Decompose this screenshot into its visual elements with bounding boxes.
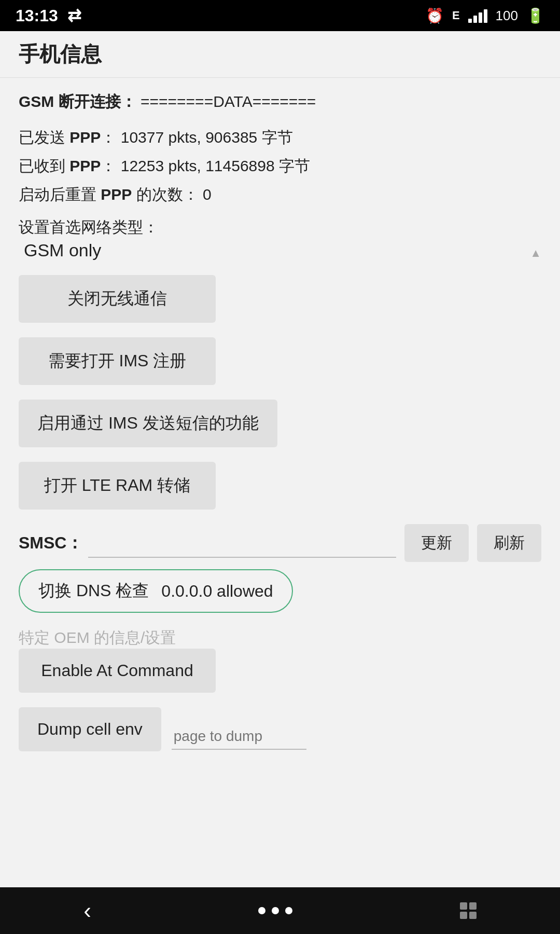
gsm-info-block: GSM 断开连接： ========DATA======= (19, 88, 541, 115)
ppp-sent-line: 已发送 PPP： 10377 pkts, 906385 字节 (19, 124, 541, 150)
oem-info-row: 特定 OEM 的信息/设置 (19, 627, 541, 649)
smsc-input[interactable] (88, 529, 396, 558)
nav-dot-1 (258, 907, 265, 914)
status-left: 13:13 ⇄ (16, 6, 81, 25)
smsc-update-button[interactable]: 更新 (404, 524, 469, 562)
gsm-line: GSM 断开连接： ========DATA======= (19, 88, 541, 115)
network-type-value: GSM only (24, 240, 101, 260)
btn-ims-register[interactable]: 需要打开 IMS 注册 (19, 337, 541, 385)
nav-dot-2 (272, 907, 279, 914)
title-bar: 手机信息 (0, 31, 560, 78)
signal-e-icon: E (452, 9, 460, 22)
lte-ram-button[interactable]: 打开 LTE RAM 转储 (19, 462, 216, 510)
signal-bars (468, 8, 487, 23)
battery-icon: 🔋 (526, 7, 544, 24)
btn-ims-sms[interactable]: 启用通过 IMS 发送短信的功能 (19, 400, 541, 447)
dns-check-row[interactable]: 切换 DNS 检查 0.0.0.0 allowed (19, 569, 293, 613)
close-radio-button[interactable]: 关闭无线通信 (19, 275, 216, 323)
smsc-label: SMSC： (19, 532, 83, 555)
status-right: ⏰ E 100 🔋 (426, 7, 544, 24)
btn-close-radio[interactable]: 关闭无线通信 (19, 275, 541, 323)
dump-cell-input[interactable] (172, 724, 306, 750)
ims-sms-button[interactable]: 启用通过 IMS 发送短信的功能 (19, 400, 277, 447)
dropdown-triangle-icon: ▲ (530, 246, 541, 260)
dns-status-text: 0.0.0.0 allowed (161, 582, 273, 601)
network-type-block: 设置首选网络类型： GSM only ▲ (19, 217, 541, 266)
smsc-row: SMSC： 更新 刷新 (19, 524, 541, 562)
main-content: GSM 断开连接： ========DATA======= 已发送 PPP： 1… (0, 78, 560, 791)
ppp-reset-line: 启动后重置 PPP 的次数： 0 (19, 181, 541, 208)
page-title: 手机信息 (19, 40, 102, 68)
dump-cell-row: Dump cell env (19, 707, 541, 766)
meizu-logo (460, 902, 477, 919)
network-type-label: 设置首选网络类型： (19, 217, 541, 238)
ims-register-button[interactable]: 需要打开 IMS 注册 (19, 337, 216, 385)
ppp-stats-block: 已发送 PPP： 10377 pkts, 906385 字节 已收到 PPP： … (19, 124, 541, 208)
back-button[interactable]: ‹ (83, 898, 91, 924)
dump-cell-button[interactable]: Dump cell env (19, 707, 161, 751)
enable-at-command-row[interactable]: Enable At Command (19, 649, 541, 693)
status-bar: 13:13 ⇄ ⏰ E 100 🔋 (0, 0, 560, 31)
nav-bar: ‹ (0, 887, 560, 934)
usb-icon: ⇄ (67, 6, 81, 25)
smsc-refresh-button[interactable]: 刷新 (477, 524, 541, 562)
alarm-icon: ⏰ (426, 7, 444, 24)
nav-dots (258, 907, 292, 914)
time: 13:13 (16, 6, 58, 25)
battery-level: 100 (496, 8, 518, 24)
btn-lte-ram[interactable]: 打开 LTE RAM 转储 (19, 462, 541, 510)
dns-toggle-button[interactable]: 切换 DNS 检查 (38, 580, 149, 602)
ppp-recv-line: 已收到 PPP： 12253 pkts, 11456898 字节 (19, 153, 541, 179)
oem-info-text: 特定 OEM 的信息/设置 (19, 629, 176, 646)
nav-dot-3 (285, 907, 292, 914)
enable-at-command-button[interactable]: Enable At Command (19, 649, 216, 693)
